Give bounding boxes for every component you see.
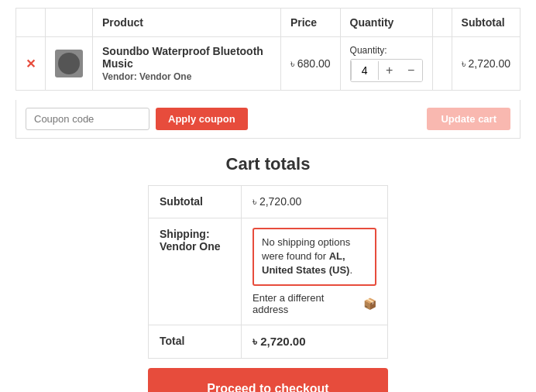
vendor-name: Vendor One [139,71,191,82]
cart-totals-title: Cart totals [226,154,311,174]
quantity-decrease-button[interactable]: − [400,60,422,81]
total-row: Total ৳ 2,720.00 [149,325,388,358]
checkout-button[interactable]: Proceed to checkout [148,368,388,392]
totals-table: Subtotal ৳ 2,720.00 Shipping: Vendor One… [148,185,388,359]
quantity-wrapper: Quantity: + − [350,45,423,82]
coupon-row: Apply coupon Update cart [15,100,521,139]
col-image [46,9,93,37]
shipping-vendor: Vendor One [160,240,221,253]
different-address-link[interactable]: Enter a different address 📦 [253,292,376,315]
product-info: Soundbo Waterproof Bluetooth Music Vendo… [102,45,271,82]
quantity-increase-button[interactable]: + [379,60,400,81]
quantity-input[interactable] [351,61,379,80]
col-product: Product [93,9,281,37]
col-remove [16,9,46,37]
cart-table: Product Price Quantity Subtotal ✕ Soundb… [15,8,521,91]
shipping-notice-box: No shipping options were found for AL, U… [253,228,376,286]
vendor-label: Vendor: [102,71,137,82]
subtotal-row: Subtotal ৳ 2,720.00 [149,186,388,218]
total-label: Total [149,325,242,358]
product-price: ৳ 680.00 [280,37,340,91]
col-quantity: Quantity [340,9,432,37]
product-name: Soundbo Waterproof Bluetooth Music [102,45,271,70]
shipping-location: AL, United States (US) [262,250,349,276]
remove-item-button[interactable]: ✕ [26,57,36,71]
subtotal-label: Subtotal [149,186,242,218]
product-thumbnail [55,50,83,77]
product-image [58,53,80,74]
quantity-controls: + − [350,59,423,82]
col-subtotal: Subtotal [452,9,520,37]
coupon-input[interactable] [26,108,149,130]
different-address-text: Enter a different address [253,292,360,315]
coupon-left: Apply coupon [26,108,248,130]
product-subtotal: ৳ 2,720.00 [452,37,520,91]
shipping-row: Shipping: Vendor One No shipping options… [149,218,388,325]
update-cart-button[interactable]: Update cart [427,108,510,130]
shipping-value: No shipping options were found for AL, U… [242,218,388,325]
cart-totals-section: Cart totals Subtotal ৳ 2,720.00 Shipping… [15,154,521,392]
col-quantity-controls [432,9,452,37]
shipping-label: Shipping: Vendor One [149,218,242,325]
total-value: ৳ 2,720.00 [242,325,388,358]
subtotal-value: ৳ 2,720.00 [242,186,388,218]
product-vendor: Vendor: Vendor One [102,71,271,82]
col-price: Price [280,9,340,37]
quantity-label: Quantity: [350,45,387,56]
apply-coupon-button[interactable]: Apply coupon [156,108,248,130]
location-icon: 📦 [363,297,376,310]
shipping-label-line1: Shipping: [160,228,210,240]
